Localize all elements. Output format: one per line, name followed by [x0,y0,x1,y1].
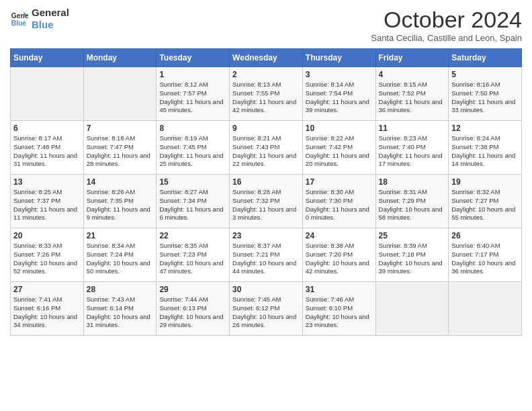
calendar-cell: 6Sunrise: 8:17 AM Sunset: 7:48 PM Daylig… [11,121,84,175]
calendar-cell: 20Sunrise: 8:33 AM Sunset: 7:26 PM Dayli… [11,228,84,282]
day-number: 13 [13,177,81,187]
day-info: Sunrise: 8:21 AM Sunset: 7:43 PM Dayligh… [232,134,300,169]
day-info: Sunrise: 8:38 AM Sunset: 7:20 PM Dayligh… [306,242,373,276]
day-info: Sunrise: 8:30 AM Sunset: 7:30 PM Dayligh… [306,188,373,222]
calendar-cell [375,282,449,336]
week-row-5: 27Sunrise: 7:41 AM Sunset: 6:16 PM Dayli… [11,282,522,336]
day-number: 4 [379,70,446,79]
day-number: 30 [232,285,300,294]
day-info: Sunrise: 8:40 AM Sunset: 7:17 PM Dayligh… [451,242,519,276]
day-header-tuesday: Tuesday [157,49,230,67]
page-header: General Blue General Blue October 2024 S… [10,7,522,43]
day-info: Sunrise: 7:43 AM Sunset: 6:14 PM Dayligh… [87,295,154,330]
day-number: 31 [306,285,373,294]
calendar-cell: 9Sunrise: 8:21 AM Sunset: 7:43 PM Daylig… [230,121,303,175]
calendar-cell: 30Sunrise: 7:45 AM Sunset: 6:12 PM Dayli… [230,282,303,336]
day-number: 20 [13,231,81,240]
day-header-friday: Friday [375,49,449,67]
day-number: 23 [232,231,300,240]
day-info: Sunrise: 8:37 AM Sunset: 7:21 PM Dayligh… [232,242,300,276]
day-number: 17 [306,177,373,187]
week-row-2: 6Sunrise: 8:17 AM Sunset: 7:48 PM Daylig… [11,121,522,175]
day-info: Sunrise: 8:22 AM Sunset: 7:42 PM Dayligh… [306,134,373,169]
logo-icon: General Blue [10,9,29,28]
day-info: Sunrise: 8:34 AM Sunset: 7:24 PM Dayligh… [87,242,154,276]
day-number: 25 [379,231,446,240]
day-number: 3 [306,70,373,79]
day-info: Sunrise: 8:28 AM Sunset: 7:32 PM Dayligh… [232,188,300,222]
day-info: Sunrise: 8:19 AM Sunset: 7:45 PM Dayligh… [159,134,226,169]
calendar-cell: 12Sunrise: 8:24 AM Sunset: 7:38 PM Dayli… [449,121,522,175]
day-info: Sunrise: 8:31 AM Sunset: 7:29 PM Dayligh… [379,188,446,222]
calendar-cell: 11Sunrise: 8:23 AM Sunset: 7:40 PM Dayli… [375,121,449,175]
day-info: Sunrise: 8:16 AM Sunset: 7:50 PM Dayligh… [451,81,519,115]
day-info: Sunrise: 8:25 AM Sunset: 7:37 PM Dayligh… [13,188,81,222]
week-row-4: 20Sunrise: 8:33 AM Sunset: 7:26 PM Dayli… [11,228,522,282]
day-info: Sunrise: 8:12 AM Sunset: 7:57 PM Dayligh… [159,81,226,115]
calendar-cell: 4Sunrise: 8:15 AM Sunset: 7:52 PM Daylig… [375,67,449,121]
calendar-cell: 2Sunrise: 8:13 AM Sunset: 7:55 PM Daylig… [230,67,303,121]
day-info: Sunrise: 8:23 AM Sunset: 7:40 PM Dayligh… [379,134,446,169]
day-number: 11 [379,124,446,133]
calendar-table: SundayMondayTuesdayWednesdayThursdayFrid… [10,48,522,336]
calendar-cell: 5Sunrise: 8:16 AM Sunset: 7:50 PM Daylig… [449,67,522,121]
day-number: 5 [451,70,519,79]
day-info: Sunrise: 8:35 AM Sunset: 7:23 PM Dayligh… [159,242,226,276]
header-row: SundayMondayTuesdayWednesdayThursdayFrid… [11,49,522,67]
calendar-cell [83,67,157,121]
calendar-cell [449,282,522,336]
day-info: Sunrise: 8:13 AM Sunset: 7:55 PM Dayligh… [232,81,300,115]
day-info: Sunrise: 8:32 AM Sunset: 7:27 PM Dayligh… [451,188,519,222]
calendar-cell: 28Sunrise: 7:43 AM Sunset: 6:14 PM Dayli… [83,282,157,336]
day-info: Sunrise: 8:39 AM Sunset: 7:18 PM Dayligh… [379,242,446,276]
calendar-cell: 15Sunrise: 8:27 AM Sunset: 7:34 PM Dayli… [157,175,230,228]
day-info: Sunrise: 7:44 AM Sunset: 6:13 PM Dayligh… [159,295,226,330]
day-number: 7 [87,124,154,133]
location-subtitle: Santa Cecilia, Castille and Leon, Spain [371,33,522,43]
calendar-cell: 17Sunrise: 8:30 AM Sunset: 7:30 PM Dayli… [302,175,375,228]
day-number: 19 [451,177,519,187]
calendar-cell: 13Sunrise: 8:25 AM Sunset: 7:37 PM Dayli… [11,175,84,228]
day-number: 1 [159,70,226,79]
calendar-cell: 24Sunrise: 8:38 AM Sunset: 7:20 PM Dayli… [302,228,375,282]
title-area: October 2024 Santa Cecilia, Castille and… [371,7,522,43]
day-header-thursday: Thursday [302,49,375,67]
day-info: Sunrise: 8:26 AM Sunset: 7:35 PM Dayligh… [87,188,154,222]
day-header-wednesday: Wednesday [230,49,303,67]
day-number: 12 [451,124,519,133]
week-row-1: 1Sunrise: 8:12 AM Sunset: 7:57 PM Daylig… [11,67,522,121]
day-number: 27 [13,285,81,294]
calendar-cell: 7Sunrise: 8:18 AM Sunset: 7:47 PM Daylig… [83,121,157,175]
calendar-cell: 23Sunrise: 8:37 AM Sunset: 7:21 PM Dayli… [230,228,303,282]
svg-text:Blue: Blue [11,19,27,27]
calendar-cell: 10Sunrise: 8:22 AM Sunset: 7:42 PM Dayli… [302,121,375,175]
calendar-cell: 31Sunrise: 7:46 AM Sunset: 6:10 PM Dayli… [302,282,375,336]
day-number: 26 [451,231,519,240]
calendar-cell [11,67,84,121]
day-number: 8 [159,124,226,133]
calendar-cell: 8Sunrise: 8:19 AM Sunset: 7:45 PM Daylig… [157,121,230,175]
day-number: 28 [87,285,154,294]
logo: General Blue General Blue [10,7,69,31]
day-number: 6 [13,124,81,133]
calendar-cell: 21Sunrise: 8:34 AM Sunset: 7:24 PM Dayli… [83,228,157,282]
day-number: 15 [159,177,226,187]
day-info: Sunrise: 8:24 AM Sunset: 7:38 PM Dayligh… [451,134,519,169]
day-header-sunday: Sunday [11,49,84,67]
day-number: 14 [87,177,154,187]
calendar-cell: 19Sunrise: 8:32 AM Sunset: 7:27 PM Dayli… [449,175,522,228]
day-number: 16 [232,177,300,187]
month-title: October 2024 [371,7,522,33]
day-info: Sunrise: 8:18 AM Sunset: 7:47 PM Dayligh… [87,134,154,169]
calendar-cell: 14Sunrise: 8:26 AM Sunset: 7:35 PM Dayli… [83,175,157,228]
day-info: Sunrise: 8:14 AM Sunset: 7:54 PM Dayligh… [306,81,373,115]
day-number: 2 [232,70,300,79]
day-info: Sunrise: 8:17 AM Sunset: 7:48 PM Dayligh… [13,134,81,169]
day-number: 24 [306,231,373,240]
day-number: 22 [159,231,226,240]
calendar-cell: 25Sunrise: 8:39 AM Sunset: 7:18 PM Dayli… [375,228,449,282]
day-info: Sunrise: 8:15 AM Sunset: 7:52 PM Dayligh… [379,81,446,115]
svg-text:General: General [11,12,29,19]
day-info: Sunrise: 8:27 AM Sunset: 7:34 PM Dayligh… [159,188,226,222]
day-header-monday: Monday [83,49,157,67]
